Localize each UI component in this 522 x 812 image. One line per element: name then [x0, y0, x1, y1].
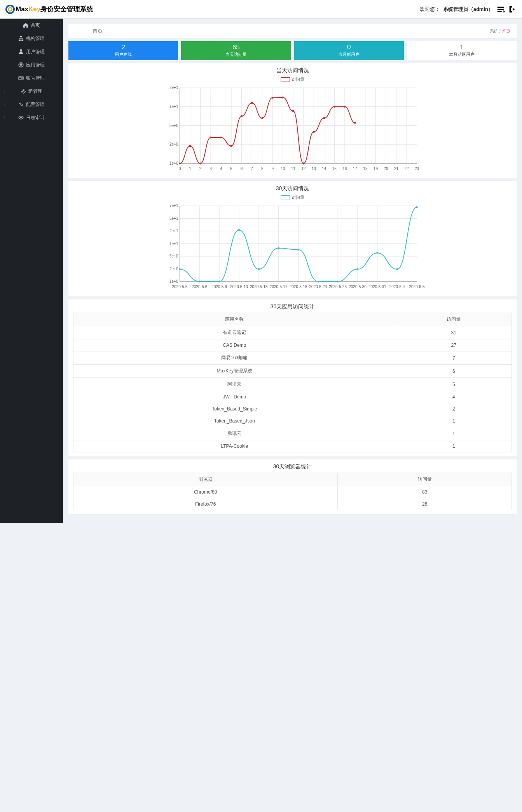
chevron-right-icon: 〉	[4, 89, 7, 94]
sidebar-item-gears[interactable]: 〉配置管理	[0, 98, 63, 111]
svg-text:20: 20	[384, 167, 388, 171]
sidebar-item-sitemap[interactable]: 机构管理	[0, 32, 63, 45]
svg-point-8	[23, 90, 24, 92]
stat-card[interactable]: 65当天访问量	[181, 41, 291, 60]
sidebar-item-idcard[interactable]: 账号管理	[0, 71, 63, 85]
globe-icon	[18, 62, 24, 68]
table-header: 应用名称	[73, 313, 396, 326]
logout-icon[interactable]	[508, 5, 517, 14]
svg-text:5e+0: 5e+0	[169, 254, 178, 258]
logo-text-key: Key	[28, 5, 40, 13]
sidebar: 首页机构管理用户管理应用管理账号管理〉组管理〉配置管理〉日志审计	[0, 19, 63, 523]
legend-swatch	[281, 77, 290, 82]
sidebar-item-label: 应用管理	[26, 62, 45, 68]
stat-number: 1	[407, 43, 517, 51]
svg-text:2e+1: 2e+1	[169, 229, 178, 233]
table-row: 有道云笔记31	[73, 326, 512, 339]
cell-name: 腾讯云	[73, 427, 396, 440]
sidebar-item-label: 账号管理	[26, 75, 45, 82]
svg-point-74	[199, 163, 201, 165]
svg-point-79	[251, 102, 253, 104]
svg-point-88	[344, 106, 346, 108]
svg-point-78	[241, 115, 243, 117]
svg-point-76	[220, 136, 222, 138]
header-right: 欢迎您： 系统管理员（admin）	[420, 5, 517, 14]
svg-text:1e+0: 1e+0	[169, 161, 178, 165]
svg-rect-2	[21, 40, 22, 41]
logo-text-max: Max	[16, 5, 28, 13]
sidebar-item-label: 配置管理	[26, 101, 45, 108]
svg-text:2020-5-5: 2020-5-5	[172, 285, 187, 289]
svg-point-81	[272, 97, 274, 99]
stat-card[interactable]: 2用户在线	[68, 41, 178, 60]
svg-text:13: 13	[312, 167, 316, 171]
browsers-table: 浏览器访问量Chrome/8083Firefox/7628	[73, 473, 512, 510]
svg-point-85	[313, 131, 315, 133]
svg-point-82	[282, 97, 284, 99]
table-header: 访问量	[396, 313, 512, 326]
svg-text:1e+1: 1e+1	[169, 104, 178, 109]
table-row: MaxKey管理系统6	[73, 365, 512, 378]
svg-point-139	[317, 281, 319, 283]
svg-text:2020-5-9: 2020-5-9	[211, 285, 227, 289]
svg-point-10	[22, 105, 23, 106]
chart-panel-today: 当天访问情况 访问量 1e+02e+05e+01e+12e+1012345678…	[68, 63, 517, 178]
breadcrumb: 首页 系统 / 首页	[68, 24, 517, 38]
breadcrumb-path: 系统 / 首页	[490, 28, 510, 34]
table-panel-apps: 30天应用访问统计 应用名称访问量有道云笔记31CAS Demo27网易163邮…	[68, 299, 517, 456]
svg-text:18: 18	[363, 167, 368, 171]
table-row: 阿里云5	[73, 378, 512, 391]
stat-card[interactable]: 1本月活跃用户	[407, 41, 517, 60]
sidebar-item-eye[interactable]: 〉日志审计	[0, 111, 63, 124]
cell-name: MaxKey管理系统	[73, 365, 396, 378]
sidebar-item-home[interactable]: 首页	[0, 19, 63, 32]
svg-text:14: 14	[322, 167, 326, 171]
cell-count: 6	[396, 365, 512, 378]
logo-icon	[5, 5, 15, 14]
svg-point-72	[179, 163, 181, 165]
current-user: 系统管理员（admin）	[443, 6, 493, 13]
page-title: 首页	[75, 28, 103, 35]
table-row: JWT Demo4	[73, 391, 512, 403]
svg-point-86	[323, 117, 325, 119]
svg-text:2e+0: 2e+0	[169, 142, 178, 146]
sidebar-item-cog[interactable]: 〉组管理	[0, 85, 63, 98]
stat-label: 用户在线	[68, 52, 178, 57]
chart-30d: 1e+02e+05e+01e+12e+15e+17e+12020-5-52020…	[73, 202, 512, 291]
svg-rect-1	[19, 40, 20, 41]
crumb-current: 首页	[502, 29, 510, 33]
chart-legend: 访问量	[73, 195, 512, 200]
table-row: CAS Demo27	[73, 339, 512, 351]
stat-number: 2	[68, 43, 178, 51]
cell-name: 网易163邮箱	[73, 351, 396, 365]
svg-text:2020-6-4: 2020-6-4	[389, 285, 405, 289]
sitemap-icon	[18, 36, 24, 41]
menu-icon[interactable]	[496, 5, 505, 14]
sidebar-item-globe[interactable]: 应用管理	[0, 58, 63, 71]
svg-text:21: 21	[394, 167, 399, 171]
svg-text:2020-5-31: 2020-5-31	[368, 285, 386, 289]
stat-card[interactable]: 0当月新用户	[294, 41, 404, 60]
table-header: 浏览器	[73, 473, 338, 486]
cell-name: JWT Demo	[73, 391, 396, 403]
svg-text:1e+0: 1e+0	[169, 279, 178, 283]
sidebar-item-user[interactable]: 用户管理	[0, 45, 63, 58]
svg-point-89	[354, 122, 356, 124]
svg-point-132	[179, 268, 181, 270]
table-panel-browsers: 30天浏览器统计 浏览器访问量Chrome/8083Firefox/7628	[68, 459, 517, 514]
svg-text:0: 0	[179, 167, 181, 171]
stat-label: 当月新用户	[294, 52, 404, 57]
cell-count: 7	[396, 351, 512, 365]
cell-name: 有道云笔记	[73, 326, 396, 339]
svg-point-137	[278, 247, 279, 249]
svg-point-87	[333, 106, 335, 108]
svg-text:2020-5-25: 2020-5-25	[329, 285, 347, 289]
cell-count: 2	[396, 403, 512, 415]
svg-point-75	[210, 136, 212, 138]
svg-text:17: 17	[353, 167, 358, 171]
cell-count: 5	[396, 378, 512, 391]
chart-panel-30d: 30天访问情况 访问量 1e+02e+05e+01e+12e+15e+17e+1…	[68, 181, 517, 296]
svg-text:3: 3	[209, 167, 212, 171]
svg-text:23: 23	[415, 167, 419, 171]
svg-text:15: 15	[332, 167, 337, 171]
